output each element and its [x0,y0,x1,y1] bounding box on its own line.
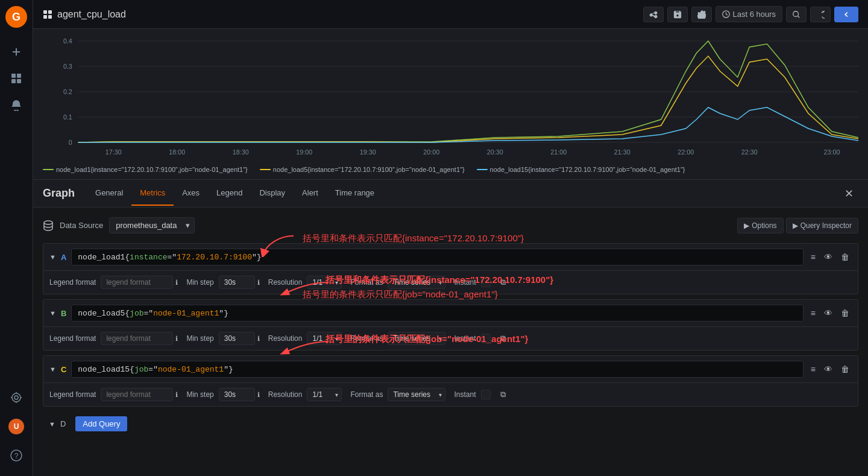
min-step-group-c: Min step ℹ [186,388,259,401]
query-menu-a[interactable]: ≡ [808,251,818,263]
resolution-select-c[interactable]: 1/11/21/51/10 [307,388,342,401]
svg-text:19:00: 19:00 [296,148,312,156]
query-input-a[interactable]: node_load1{instance="172.20.10.7:9100"} [71,249,804,265]
svg-text:19:30: 19:30 [360,148,376,156]
search-button[interactable] [786,7,807,22]
format-as-select-b[interactable]: Time seriesTableHeatmap [388,332,445,345]
svg-text:0.1: 0.1 [63,113,72,121]
tab-axes[interactable]: Axes [174,181,208,206]
search-icon [792,10,800,19]
query-block-a: ▼ A node_load1{instance="172.20.10.7:910… [43,243,858,294]
query-input-c[interactable]: node_load15{job="node-01_agent1"} [71,361,804,378]
min-step-info-a[interactable]: ℹ [257,279,260,287]
link-btn-a[interactable]: ⧉ [499,276,507,288]
instant-group-b: Instant [454,334,490,343]
query-eye-a[interactable]: 👁 [822,251,835,263]
tab-time-range[interactable]: Time range [327,181,383,206]
instant-group-a: Instant [454,278,490,287]
collapse-a[interactable]: ▼ [49,253,56,261]
tab-alert[interactable]: Alert [294,181,327,206]
query-eye-c[interactable]: 👁 [822,363,835,375]
chart-legend: node_load1{instance="172.20.10.7:9100",j… [43,166,858,173]
settings-button[interactable] [691,7,712,22]
resolution-select-a[interactable]: 1/11/21/51/10 [307,276,342,289]
sidebar-item-user[interactable]: U [8,414,24,439]
legend-format-info-b[interactable]: ℹ [175,335,178,343]
query-actions-b: ≡ 👁 🗑 [808,307,852,319]
add-query-row: ▼ D Add Query [43,411,858,436]
options-button[interactable]: ▶ Options [737,218,783,233]
close-panel-editor[interactable]: ✕ [840,182,858,205]
sidebar-item-alerts[interactable] [0,93,33,117]
min-step-info-c[interactable]: ℹ [257,391,260,399]
legend-format-group-c: Legend format ℹ [49,388,178,401]
query-inspector-button[interactable]: ▶ Query Inspector [786,218,858,233]
refresh-button[interactable] [810,7,831,22]
query-id-c: C [61,365,66,374]
legend-format-input-a[interactable] [101,276,173,289]
share-icon [649,10,658,19]
format-as-select-c[interactable]: Time seriesTableHeatmap [388,388,445,401]
collapse-c[interactable]: ▼ [49,366,56,373]
sidebar-item-add[interactable] [0,40,33,64]
svg-rect-8 [43,10,47,14]
query-input-b[interactable]: node_load5{job="node-01_agent1"} [71,305,804,322]
resolution-group-b: Resolution 1/11/21/51/10 [268,332,342,345]
legend-format-input-b[interactable] [101,332,173,345]
collapse-b[interactable]: ▼ [49,309,56,317]
query-metric-a: node_load1 [78,253,125,262]
link-btn-c[interactable]: ⧉ [499,389,507,401]
legend-format-input-c[interactable] [101,388,173,401]
min-step-input-c[interactable] [219,388,255,401]
legend-format-info-c[interactable]: ℹ [175,391,178,399]
sidebar-item-dashboards[interactable] [0,66,33,90]
svg-text:21:30: 21:30 [614,148,631,156]
format-as-select-a[interactable]: Time seriesTableHeatmap [388,276,445,289]
time-range-button[interactable]: Last 6 hours [715,6,782,22]
share-button[interactable] [643,7,664,22]
min-step-info-b[interactable]: ℹ [257,335,260,343]
query-inspector-arrow: ▶ [793,221,798,230]
sidebar-item-help[interactable]: ? [8,443,24,468]
resolution-group-c: Resolution 1/11/21/51/10 [268,388,342,401]
link-btn-b[interactable]: ⧉ [499,332,507,344]
datasource-select[interactable]: prometheus_data [109,217,195,233]
save-button[interactable] [667,7,688,22]
dashboard-title: agent_cpu_load [43,9,126,20]
legend-label-load5: node_load5{instance="172.20.10.7:9100",j… [273,166,465,173]
query-menu-c[interactable]: ≡ [808,363,818,375]
svg-text:20:30: 20:30 [487,148,503,156]
resolution-select-b[interactable]: 1/11/21/51/10 [307,332,342,345]
grafana-logo[interactable]: G [5,6,27,28]
query-options-b: Legend format ℹ Min step ℹ Resolution 1/… [43,327,858,350]
query-delete-c[interactable]: 🗑 [838,363,852,375]
legend-label-load15: node_load15{instance="172.20.10.7:9100",… [490,166,685,173]
svg-text:?: ? [14,452,19,460]
datasource-select-wrapper: prometheus_data [109,217,195,233]
query-delete-b[interactable]: 🗑 [838,307,852,319]
resolution-select-wrap-c: 1/11/21/51/10 [307,388,342,401]
query-menu-b[interactable]: ≡ [808,307,818,319]
instant-checkbox-a[interactable] [481,278,491,287]
svg-line-14 [797,16,799,17]
tab-display[interactable]: Display [251,181,294,206]
svg-text:22:30: 22:30 [741,148,758,156]
sidebar-item-settings[interactable] [8,386,24,410]
query-actions-c: ≡ 👁 🗑 [808,363,852,375]
min-step-input-b[interactable] [219,332,255,345]
query-eye-b[interactable]: 👁 [822,307,835,319]
tab-metrics[interactable]: Metrics [131,181,174,206]
legend-format-info-a[interactable]: ℹ [175,279,178,287]
query-delete-a[interactable]: 🗑 [838,251,852,263]
instant-checkbox-b[interactable] [481,334,491,343]
legend-format-label-c: Legend format [49,390,96,399]
instant-checkbox-c[interactable] [481,390,491,399]
format-as-label-a: Format as [350,278,383,287]
add-query-button[interactable]: Add Query [75,416,127,431]
min-step-input-a[interactable] [219,276,255,289]
tab-general[interactable]: General [87,181,131,206]
min-step-group-a: Min step ℹ [186,276,259,289]
min-step-label-a: Min step [186,278,213,287]
back-button[interactable] [834,7,858,22]
tab-legend[interactable]: Legend [208,181,251,206]
